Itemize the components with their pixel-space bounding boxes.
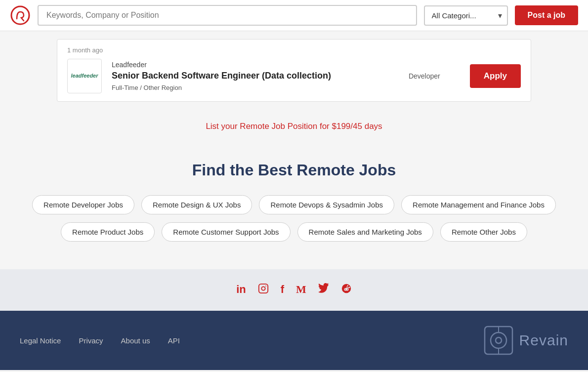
- main-content: 1 month ago leadfeeder Leadfeeder Senior…: [52, 39, 536, 136]
- tag-customer-support-jobs[interactable]: Remote Customer Support Jobs: [162, 222, 290, 242]
- svg-point-6: [345, 289, 346, 289]
- apply-button[interactable]: Apply: [470, 64, 521, 88]
- footer-links: Legal Notice Privacy About us API: [20, 336, 180, 345]
- company-name: Leadfeeder: [112, 61, 399, 69]
- instagram-icon[interactable]: [258, 283, 269, 297]
- job-info: Leadfeeder Senior Backend Software Engin…: [112, 61, 399, 91]
- cta-link[interactable]: List your Remote Job Position for $199/4…: [206, 122, 382, 131]
- job-tags: Full-Time / Other Region: [112, 84, 399, 91]
- medium-icon[interactable]: M: [296, 283, 306, 297]
- job-category-badge: Developer: [409, 72, 460, 80]
- job-region: Other Region: [144, 84, 182, 91]
- svg-point-12: [491, 332, 506, 348]
- svg-point-3: [265, 286, 266, 287]
- search-input[interactable]: [38, 5, 417, 26]
- tag-sales-marketing-jobs[interactable]: Remote Sales and Marketing Jobs: [297, 222, 433, 242]
- tag-product-jobs[interactable]: Remote Product Jobs: [61, 222, 155, 242]
- post-job-button[interactable]: Post a job: [515, 5, 578, 25]
- job-title: Senior Backend Software Engineer (Data c…: [112, 71, 399, 81]
- bottom-footer: Legal Notice Privacy About us API Revain: [0, 311, 588, 370]
- revain-text: Revain: [519, 332, 568, 349]
- cta-section: List your Remote Job Position for $199/4…: [57, 110, 531, 136]
- navbar: All Categori... Post a job: [0, 0, 588, 31]
- category-select-wrapper: All Categori...: [424, 5, 508, 26]
- social-footer: in f M: [0, 269, 588, 311]
- privacy-link[interactable]: Privacy: [79, 336, 103, 345]
- job-time-ago: 1 month ago: [67, 46, 521, 54]
- reddit-icon[interactable]: [341, 283, 352, 297]
- twitter-icon[interactable]: [318, 283, 329, 297]
- tag-other-jobs[interactable]: Remote Other Jobs: [440, 222, 527, 242]
- job-body: leadfeeder Leadfeeder Senior Backend Sof…: [67, 59, 521, 93]
- tag-developer-jobs[interactable]: Remote Developer Jobs: [32, 195, 134, 214]
- svg-point-13: [496, 337, 502, 343]
- svg-point-7: [347, 289, 348, 289]
- tags-row-2: Remote Product Jobs Remote Customer Supp…: [10, 222, 578, 242]
- revain-logo: Revain: [483, 325, 568, 356]
- job-card: 1 month ago leadfeeder Leadfeeder Senior…: [57, 39, 531, 102]
- svg-point-2: [261, 287, 265, 290]
- facebook-icon[interactable]: f: [281, 283, 284, 297]
- company-logo: leadfeeder: [67, 59, 102, 93]
- category-select[interactable]: All Categori...: [424, 5, 508, 26]
- linkedin-icon[interactable]: in: [236, 283, 246, 297]
- legal-notice-link[interactable]: Legal Notice: [20, 336, 61, 345]
- site-logo: [10, 5, 31, 26]
- job-type: Full-Time: [112, 84, 138, 91]
- find-jobs-title: Find the Best Remote Jobs: [10, 161, 578, 179]
- svg-rect-1: [259, 284, 268, 293]
- revain-icon: [483, 325, 514, 356]
- logo-text: leadfeeder: [71, 73, 98, 79]
- about-us-link[interactable]: About us: [121, 336, 150, 345]
- find-jobs-section: Find the Best Remote Jobs Remote Develop…: [0, 136, 588, 269]
- tag-management-finance-jobs[interactable]: Remote Management and Finance Jobs: [401, 195, 556, 214]
- tag-devops-jobs[interactable]: Remote Devops & Sysadmin Jobs: [259, 195, 394, 214]
- job-separator: /: [140, 84, 143, 91]
- svg-point-10: [347, 285, 348, 286]
- api-link[interactable]: API: [168, 336, 180, 345]
- social-icons: in f M: [10, 283, 578, 297]
- svg-point-5: [344, 288, 348, 291]
- tags-row-1: Remote Developer Jobs Remote Design & UX…: [10, 195, 578, 214]
- svg-point-0: [11, 6, 29, 24]
- tag-design-ux-jobs[interactable]: Remote Design & UX Jobs: [141, 195, 252, 214]
